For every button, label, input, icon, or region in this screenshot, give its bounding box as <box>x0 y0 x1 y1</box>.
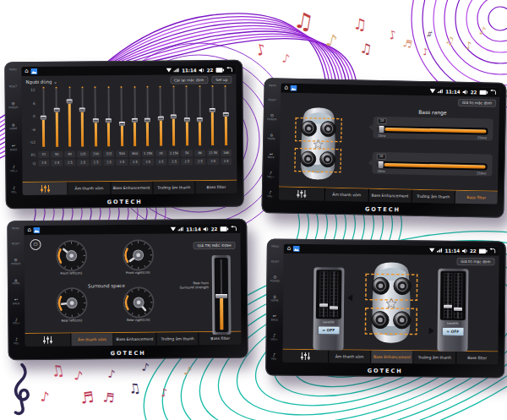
distance-dial[interactable] <box>55 286 87 319</box>
band-q-factor[interactable]: 2.5 <box>38 160 49 166</box>
band-handle[interactable] <box>158 117 164 121</box>
side-button-vol-down[interactable]: ♪VOL- <box>14 337 19 345</box>
reset-default-button[interactable]: Cài lại mặc định <box>170 76 208 84</box>
eq-band-slider[interactable] <box>180 85 194 148</box>
band-handle[interactable] <box>144 118 150 123</box>
home-icon[interactable]: ⌂ <box>287 246 292 252</box>
slider-handle[interactable] <box>215 294 227 298</box>
eq-band-slider[interactable] <box>89 86 102 149</box>
side-button-back[interactable]: ↩BACK <box>271 314 278 322</box>
distance-dial[interactable] <box>55 239 87 271</box>
tab-surround-sound[interactable]: Âm thanh vòm <box>329 350 372 363</box>
slider-handle[interactable] <box>444 305 452 308</box>
side-button-home[interactable]: ⌂HOME <box>9 123 17 130</box>
tab-bass-enhancement[interactable]: Bass Enhancement <box>111 182 153 194</box>
band-handle[interactable] <box>210 108 215 112</box>
distance-dial[interactable] <box>122 239 154 271</box>
gauge-front-right-cm[interactable]: Front right(cm) <box>104 239 171 286</box>
eq-band-slider[interactable] <box>50 87 63 150</box>
tab-sound-field[interactable]: Trường âm thanh <box>153 181 195 194</box>
band-q-factor[interactable]: 2.5 <box>168 158 179 165</box>
side-button-vol-up[interactable]: ♪VOL+ <box>13 318 20 325</box>
eq-band-slider[interactable] <box>37 87 51 150</box>
band-handle[interactable] <box>53 108 59 112</box>
bass-range-slider-front[interactable]: 20 20Hz 250Hz <box>373 117 493 141</box>
side-button-menu[interactable]: MENU <box>269 85 276 87</box>
band-frequency[interactable]: 200 <box>90 150 101 157</box>
eq-band-slider[interactable] <box>206 85 220 148</box>
band-q-factor[interactable]: 2.5 <box>52 160 63 166</box>
side-button-vol-up[interactable]: ♪VOL+ <box>267 172 275 179</box>
rear-level-panel[interactable]: Level(0) ∞ OFF <box>437 269 468 352</box>
default-values-button[interactable]: GIÁ TRỊ MẶC ĐỊNH <box>193 242 235 249</box>
side-button-reset[interactable]: RESET <box>271 260 280 263</box>
gallery-icon[interactable] <box>291 85 297 91</box>
side-button-reset[interactable]: RESET <box>9 85 18 88</box>
default-values-button[interactable]: Giá trị mặc định <box>458 99 496 107</box>
tab-sound-field[interactable]: Trường âm thanh <box>414 351 457 364</box>
gauge-rear-left-cm[interactable]: Rear left(cm) <box>38 286 105 333</box>
band-handle[interactable] <box>223 112 229 117</box>
band-frequency[interactable]: 50 <box>52 151 63 158</box>
back-arrow-icon[interactable] <box>489 90 496 95</box>
gallery-icon[interactable] <box>293 246 300 252</box>
band-frequency[interactable]: 31 <box>38 151 49 158</box>
band-frequency[interactable]: 315 <box>103 150 114 157</box>
eq-band-slider[interactable] <box>219 85 232 148</box>
side-button-menu[interactable]: MENU <box>9 68 17 71</box>
band-q-factor[interactable]: 2.5 <box>77 159 88 166</box>
eq-band-slider[interactable] <box>193 85 206 148</box>
band-q-factor[interactable]: 2.5 <box>194 158 205 165</box>
eq-band-slider[interactable] <box>63 86 76 149</box>
band-handle[interactable] <box>106 118 112 123</box>
surround-strength-slider[interactable] <box>212 255 232 335</box>
tab-surround-sound[interactable]: Âm thanh vòm <box>71 333 114 346</box>
side-button-vol-up[interactable]: ♪VOL+ <box>270 334 278 341</box>
band-handle[interactable] <box>184 117 190 122</box>
back-arrow-icon[interactable] <box>226 67 232 73</box>
side-button-vol-down[interactable]: ♪VOL- <box>271 353 277 361</box>
band-frequency[interactable]: 5K <box>182 150 193 156</box>
tab-bass-enhancement[interactable]: Bass Enhancement <box>114 333 157 346</box>
tab-equalizer[interactable] <box>282 350 329 363</box>
eq-band-slider[interactable] <box>115 86 128 149</box>
side-button-menu[interactable]: MENU <box>12 227 19 230</box>
band-frequency[interactable]: 80 <box>64 151 75 158</box>
band-handle[interactable] <box>132 118 138 123</box>
side-button-home[interactable]: ⌂HOME <box>12 278 19 286</box>
back-arrow-icon[interactable] <box>230 226 237 232</box>
band-q-factor[interactable]: 2.5 <box>117 159 128 166</box>
side-button-power[interactable]: ⊙POWER <box>270 275 280 283</box>
band-handle[interactable] <box>171 114 177 118</box>
preset-dropdown[interactable]: Người dùng ⌄ <box>25 79 57 84</box>
distance-dial[interactable] <box>122 286 154 319</box>
gauge-rear-right-cm[interactable]: Rear right(cm) <box>105 286 172 333</box>
band-q-factor[interactable]: 2.5 <box>221 158 232 165</box>
band-handle[interactable] <box>79 108 85 112</box>
eq-band-slider[interactable] <box>154 86 167 149</box>
side-button-vol-up[interactable]: ♪VOL+ <box>10 165 18 172</box>
side-button-power[interactable]: ⊙POWER <box>11 258 20 265</box>
band-q-factor[interactable]: 2.5 <box>182 158 193 165</box>
band-q-factor[interactable]: 2.5 <box>129 159 140 166</box>
tab-surround-sound[interactable]: Âm thanh vòm <box>325 188 368 202</box>
band-frequency[interactable]: 800 <box>129 150 140 157</box>
level-sliders[interactable] <box>316 270 342 319</box>
tab-equalizer[interactable] <box>279 187 326 200</box>
band-frequency[interactable]: 12.5K <box>207 150 218 156</box>
side-button-back[interactable]: ↩BACK <box>13 297 19 305</box>
band-handle[interactable] <box>197 117 203 122</box>
tab-bass-enhancement[interactable]: Bass Enhancement <box>371 351 414 364</box>
band-q-factor[interactable]: 2.5 <box>64 160 75 166</box>
gallery-icon[interactable] <box>31 68 38 74</box>
side-button-back[interactable]: ↩BACK <box>10 144 17 151</box>
eq-band-slider[interactable] <box>76 86 90 149</box>
slider-handle[interactable] <box>378 161 383 168</box>
side-button-vol-down[interactable]: ♪VOL- <box>267 190 273 198</box>
side-button-power[interactable]: ⊙POWER <box>8 101 18 109</box>
side-button-home[interactable]: ⌂HOME <box>268 133 275 140</box>
front-level-panel[interactable]: Level(0) ∞ OFF <box>313 267 344 350</box>
eq-band-slider[interactable] <box>128 86 141 149</box>
band-frequency[interactable]: 500 <box>117 150 128 157</box>
band-frequency[interactable]: 16K <box>221 150 232 156</box>
